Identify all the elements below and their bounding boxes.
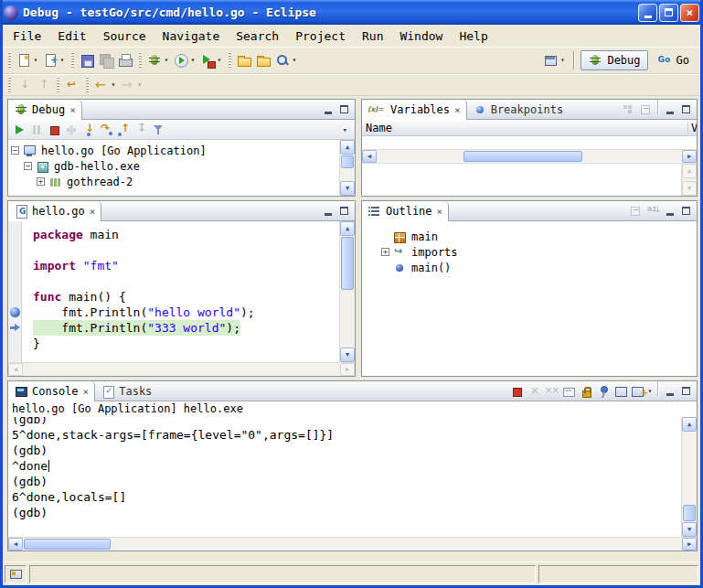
run-button[interactable]: ▾	[172, 50, 198, 70]
scrollbar-thumb[interactable]	[683, 505, 696, 521]
scrollbar-track[interactable]	[340, 236, 355, 347]
step-return-button[interactable]	[115, 121, 133, 139]
tree-item[interactable]: −gdb-hello.exe	[8, 158, 339, 174]
perspective-go-button[interactable]: Go	[650, 50, 697, 70]
menu-item-search[interactable]: Search	[228, 27, 287, 45]
close-tab-icon[interactable]: ×	[437, 206, 443, 218]
minimize-view-button[interactable]	[662, 204, 677, 219]
minimize-view-button[interactable]	[320, 204, 336, 219]
scrollbar-thumb[interactable]	[24, 539, 111, 550]
maximize-view-button[interactable]	[678, 204, 694, 219]
instruction-pointer-icon[interactable]	[10, 323, 20, 333]
dropdown-arrow-icon[interactable]: ▾	[216, 56, 223, 64]
toolbar-grip[interactable]	[139, 52, 142, 69]
minimize-view-button[interactable]	[662, 384, 677, 399]
minimize-view-button[interactable]	[662, 102, 677, 117]
close-tab-icon[interactable]: ×	[90, 206, 96, 218]
clear-console-button[interactable]	[560, 382, 578, 401]
close-tab-icon[interactable]: ×	[83, 386, 90, 398]
terminate-button[interactable]	[508, 382, 526, 401]
step-into-button[interactable]	[80, 121, 98, 139]
scroll-right-button[interactable]: ▶	[682, 150, 697, 163]
print-button[interactable]	[116, 50, 135, 70]
tree-item[interactable]: +gothread-2	[8, 174, 339, 189]
open-perspective-button[interactable]: ▾	[541, 50, 568, 70]
pin-console-button[interactable]	[595, 382, 612, 401]
external-tools-button[interactable]: ▾	[198, 50, 225, 70]
tree-item[interactable]: main	[378, 229, 697, 244]
tab-variables[interactable]: Variables ×	[362, 100, 467, 120]
menu-item-source[interactable]: Source	[95, 27, 154, 45]
open-console-button[interactable]: ▾	[630, 382, 655, 401]
search-button[interactable]: ▾	[273, 50, 300, 70]
toolbar-grip[interactable]	[8, 52, 11, 69]
tab-tasks[interactable]: Tasks	[95, 381, 157, 401]
last-edit-location-button[interactable]	[63, 75, 82, 95]
minimize-button[interactable]	[638, 4, 657, 22]
dropdown-arrow-icon[interactable]: ▾	[291, 56, 298, 64]
tab-outline[interactable]: Outline ×	[362, 201, 449, 221]
dropdown-arrow-icon[interactable]: ▾	[59, 56, 66, 64]
step-filters-button[interactable]	[150, 121, 167, 139]
new-go-element-button[interactable]: ▾	[41, 50, 68, 70]
tab-hello-go[interactable]: hello.go ×	[8, 201, 101, 221]
scroll-left-button[interactable]: ◀	[362, 150, 377, 163]
scroll-up-button[interactable]: ▲	[682, 417, 697, 432]
tree-item[interactable]: +imports	[378, 244, 697, 260]
expander-icon[interactable]: −	[24, 162, 32, 170]
close-tab-icon[interactable]: ×	[69, 104, 76, 116]
menu-item-navigate[interactable]: Navigate	[154, 27, 229, 45]
variables-tree[interactable]	[362, 136, 697, 149]
scrollbar-thumb[interactable]	[341, 155, 354, 168]
scrollbar-thumb[interactable]	[341, 237, 354, 290]
collapse-outline-button[interactable]	[627, 202, 644, 220]
variables-detail-text[interactable]	[362, 164, 681, 196]
back-button[interactable]: ▾	[92, 75, 119, 95]
toolbar-grip[interactable]	[8, 77, 11, 93]
open-folder-button[interactable]	[235, 50, 254, 70]
maximize-view-button[interactable]	[336, 204, 352, 219]
toolbar-grip[interactable]	[229, 52, 231, 69]
menu-item-window[interactable]: Window	[391, 27, 451, 45]
remove-all-launches-button[interactable]	[543, 382, 560, 401]
menu-item-project[interactable]: Project	[287, 27, 354, 45]
show-logical-structure-button[interactable]	[620, 101, 637, 119]
code-area[interactable]: package mainimport "fmt"func main() { fm…	[22, 221, 339, 362]
scroll-up-button[interactable]: ▲	[340, 221, 355, 236]
dropdown-arrow-icon[interactable]: ▾	[110, 80, 117, 89]
maximize-view-button[interactable]	[336, 102, 352, 117]
scrollbar-track[interactable]	[377, 150, 682, 163]
scrollbar-track[interactable]	[23, 538, 682, 551]
suspend-button[interactable]	[28, 121, 46, 139]
next-annotation-button[interactable]	[15, 75, 34, 95]
open-resource-button[interactable]	[254, 50, 273, 70]
terminate-button[interactable]	[46, 121, 63, 139]
perspective-debug-button[interactable]: Debug	[581, 50, 647, 70]
scrollbar-thumb[interactable]	[463, 151, 582, 162]
scroll-right-button[interactable]: ▶	[682, 538, 697, 551]
variables-column-header[interactable]: Name V	[362, 120, 697, 136]
new-wizard-button[interactable]: ▾	[15, 50, 41, 70]
close-tab-icon[interactable]: ×	[454, 104, 461, 116]
maximize-view-button[interactable]	[678, 384, 694, 399]
toolbar-grip[interactable]	[86, 77, 89, 93]
column-name[interactable]: Name	[366, 122, 392, 134]
scrollbar-track[interactable]	[340, 155, 355, 181]
dropdown-arrow-icon[interactable]: ▾	[163, 56, 170, 64]
debug-button[interactable]: ▾	[145, 50, 172, 70]
close-button[interactable]: ×	[680, 4, 699, 22]
menu-item-file[interactable]: File	[5, 27, 49, 45]
maximize-view-button[interactable]	[678, 102, 694, 117]
display-console-button[interactable]	[612, 382, 630, 401]
tab-debug[interactable]: Debug ×	[8, 100, 82, 120]
console-horizontal-scrollbar[interactable]: ◀ ▶	[8, 537, 697, 551]
scrollbar-track[interactable]	[682, 432, 697, 522]
prev-annotation-button[interactable]	[34, 75, 53, 95]
dropdown-arrow-icon[interactable]: ▾	[32, 56, 39, 64]
titlebar[interactable]: Debug - testGo/src/cmd/hello.go - Eclips…	[0, 0, 703, 25]
scroll-down-button[interactable]: ▼	[340, 347, 355, 362]
breakpoint-icon[interactable]	[10, 307, 20, 317]
minimize-view-button[interactable]	[320, 102, 336, 117]
debug-vertical-scrollbar[interactable]: ▲ ▼	[339, 140, 355, 196]
tree-item[interactable]: −hello.go [Go Application]	[8, 143, 339, 158]
